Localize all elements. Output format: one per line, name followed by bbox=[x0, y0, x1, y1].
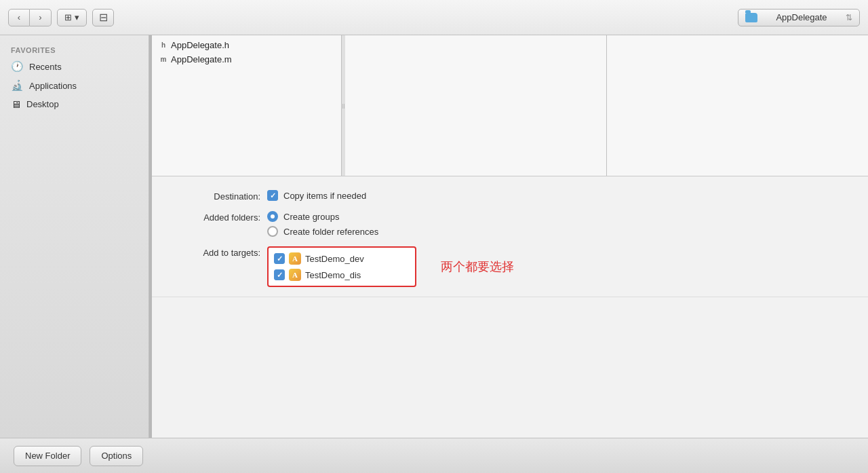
resizer-handle-icon: || bbox=[342, 102, 344, 109]
testdemo-dev-checkbox[interactable] bbox=[274, 253, 285, 264]
create-folder-refs-radio[interactable] bbox=[267, 226, 278, 237]
back-button[interactable]: ‹ bbox=[8, 9, 30, 26]
sidebar-item-label-desktop: Desktop bbox=[26, 99, 59, 109]
location-label: AppDelegate bbox=[776, 12, 827, 22]
sidebar-item-applications[interactable]: 🔬 Applications bbox=[0, 76, 149, 95]
destination-inline: Copy items if needed bbox=[267, 190, 366, 201]
target-row-dev: TestDemo_dev bbox=[274, 250, 410, 267]
testdemo-dev-icon bbox=[289, 252, 301, 265]
sidebar-item-label-recents: Recents bbox=[29, 62, 62, 72]
create-folder-refs-label: Create folder references bbox=[283, 227, 378, 237]
file-column-1: h AppDelegate.h m AppDelegate.m bbox=[152, 35, 342, 176]
desktop-icon: 🖥 bbox=[11, 98, 21, 110]
testdemo-dev-label: TestDemo_dev bbox=[305, 254, 364, 264]
main-area: Favorites 🕐 Recents 🔬 Applications 🖥 Des… bbox=[0, 35, 868, 438]
view-chevron-icon: ▾ bbox=[75, 12, 79, 22]
forward-button[interactable]: › bbox=[30, 9, 52, 26]
create-folder-refs-row: Create folder references bbox=[267, 226, 378, 237]
annotation-text: 两个都要选择 bbox=[441, 259, 514, 275]
create-groups-row: Create groups bbox=[267, 211, 378, 222]
file-type-h: h bbox=[160, 41, 167, 49]
bottom-spacer bbox=[152, 297, 868, 438]
copy-items-label: Copy items if needed bbox=[283, 191, 366, 201]
arrange-icon: ⊟ bbox=[99, 11, 108, 24]
target-row-dis: TestDemo_dis bbox=[274, 267, 410, 283]
add-to-targets-row: Add to targets: TestDemo_dev TestDemo_di… bbox=[172, 246, 848, 287]
testdemo-dis-checkbox[interactable] bbox=[274, 269, 285, 280]
copy-items-checkbox[interactable] bbox=[267, 190, 278, 201]
file-type-m: m bbox=[160, 56, 167, 63]
file-column-2 bbox=[345, 35, 607, 176]
file-columns: h AppDelegate.h m AppDelegate.m || bbox=[152, 35, 868, 176]
destination-row: Destination: Copy items if needed bbox=[172, 190, 848, 202]
location-chevron-icon: ⇅ bbox=[846, 13, 852, 22]
sidebar-resizer[interactable] bbox=[149, 35, 152, 438]
sidebar-item-recents[interactable]: 🕐 Recents bbox=[0, 57, 149, 76]
file-name-appdelegateh: AppDelegate.h bbox=[171, 40, 229, 50]
sidebar-section-favorites: Favorites bbox=[0, 43, 149, 57]
view-mode-button[interactable]: ⊞ ▾ bbox=[57, 9, 87, 26]
nav-button-group: ‹ › bbox=[8, 9, 52, 26]
added-folders-row: Added folders: Create groups Create fold… bbox=[172, 211, 848, 237]
file-browser: h AppDelegate.h m AppDelegate.m || Desti… bbox=[152, 35, 868, 438]
add-to-targets-label: Add to targets: bbox=[172, 246, 260, 258]
options-button[interactable]: Options bbox=[90, 446, 143, 466]
sidebar: Favorites 🕐 Recents 🔬 Applications 🖥 Des… bbox=[0, 35, 149, 438]
testdemo-dis-icon bbox=[289, 269, 301, 281]
sidebar-item-desktop[interactable]: 🖥 Desktop bbox=[0, 95, 149, 113]
added-folders-controls: Create groups Create folder references bbox=[267, 211, 378, 237]
file-item-appdelegatem[interactable]: m AppDelegate.m bbox=[152, 52, 341, 67]
options-panel: Destination: Copy items if needed Added … bbox=[152, 176, 868, 297]
recents-icon: 🕐 bbox=[11, 60, 24, 73]
testdemo-dis-label: TestDemo_dis bbox=[305, 270, 361, 280]
applications-icon: 🔬 bbox=[11, 79, 24, 92]
file-item-appdelegateh[interactable]: h AppDelegate.h bbox=[152, 38, 341, 52]
added-folders-label: Added folders: bbox=[172, 211, 260, 223]
arrange-button[interactable]: ⊟ bbox=[92, 9, 114, 26]
create-groups-label: Create groups bbox=[283, 212, 339, 222]
folder-icon bbox=[745, 13, 757, 22]
file-name-appdelegatem: AppDelegate.m bbox=[171, 54, 232, 64]
file-column-3 bbox=[607, 35, 868, 176]
sidebar-item-label-applications: Applications bbox=[29, 81, 77, 91]
action-bar: New Folder Options bbox=[0, 438, 868, 473]
location-selector[interactable]: AppDelegate ⇅ bbox=[738, 9, 860, 26]
toolbar: ‹ › ⊞ ▾ ⊟ AppDelegate ⇅ bbox=[0, 0, 868, 35]
targets-box: TestDemo_dev TestDemo_dis bbox=[267, 246, 416, 287]
view-grid-icon: ⊞ bbox=[64, 12, 72, 22]
destination-label: Destination: bbox=[172, 190, 260, 202]
targets-controls: TestDemo_dev TestDemo_dis 两个都要选择 bbox=[267, 246, 514, 287]
new-folder-button[interactable]: New Folder bbox=[14, 446, 81, 466]
destination-controls: Copy items if needed bbox=[267, 190, 366, 201]
create-groups-radio[interactable] bbox=[267, 211, 278, 222]
